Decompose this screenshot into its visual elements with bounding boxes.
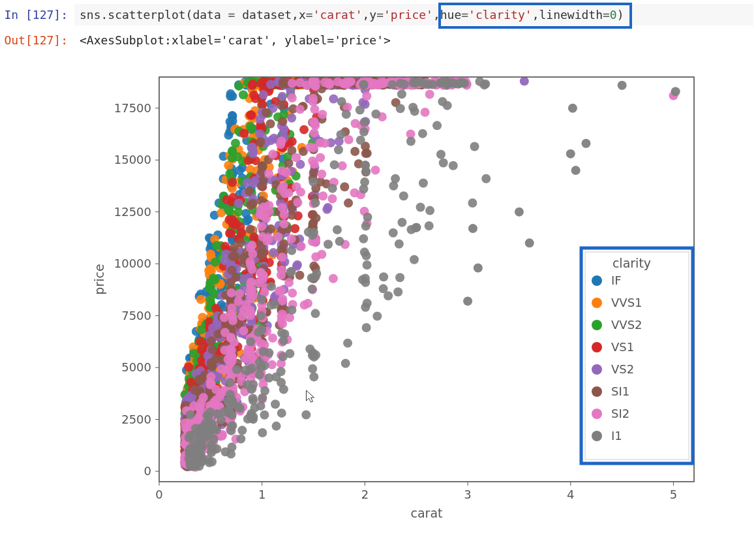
point xyxy=(264,169,273,178)
point xyxy=(247,111,256,120)
point xyxy=(227,345,236,354)
point xyxy=(420,79,429,88)
point xyxy=(322,205,331,214)
point xyxy=(266,301,275,310)
point xyxy=(233,152,242,161)
point xyxy=(288,137,297,146)
point xyxy=(425,221,434,230)
point xyxy=(397,89,406,99)
code-tok: ,hue xyxy=(433,8,461,22)
point xyxy=(199,431,208,440)
code-tok: = xyxy=(376,8,384,22)
point xyxy=(256,137,265,146)
point xyxy=(468,198,477,208)
point xyxy=(250,403,259,413)
point xyxy=(196,377,205,386)
legend-marker xyxy=(592,431,602,441)
point xyxy=(362,323,371,332)
point xyxy=(247,277,256,287)
point xyxy=(396,79,405,88)
point xyxy=(395,240,404,249)
point xyxy=(245,187,254,196)
point xyxy=(305,143,314,152)
y-axis-label: price xyxy=(92,264,106,294)
point xyxy=(337,97,346,106)
point xyxy=(287,114,296,123)
point xyxy=(201,419,210,428)
point xyxy=(408,103,417,112)
code-tok: dataset,x xyxy=(235,8,305,22)
point xyxy=(324,80,333,89)
point xyxy=(228,316,237,325)
point xyxy=(231,252,240,261)
point xyxy=(199,393,208,402)
point xyxy=(277,378,286,387)
point-outlier xyxy=(468,224,477,233)
point xyxy=(324,240,333,249)
point xyxy=(379,284,388,293)
point xyxy=(309,372,318,381)
point xyxy=(239,90,248,99)
point xyxy=(428,80,437,89)
point xyxy=(360,117,369,127)
point xyxy=(260,411,269,420)
point xyxy=(265,349,274,358)
point xyxy=(460,79,469,88)
point xyxy=(257,222,266,231)
point xyxy=(344,135,354,144)
code-tok: ,linewidth xyxy=(532,8,603,22)
legend-label: VVS1 xyxy=(611,296,643,309)
point xyxy=(297,242,306,251)
point xyxy=(425,89,434,99)
point xyxy=(220,313,229,322)
legend-label: VS2 xyxy=(611,362,634,376)
point xyxy=(317,170,326,179)
point-outlier xyxy=(566,149,575,159)
point xyxy=(395,273,404,282)
x-tick-label: 0 xyxy=(155,488,162,501)
point xyxy=(279,80,288,89)
legend-label: I1 xyxy=(611,429,622,443)
legend-label: SI2 xyxy=(611,407,629,420)
code-tok: 'carat' xyxy=(313,8,363,22)
point xyxy=(295,78,305,87)
point xyxy=(310,105,319,114)
x-tick-label: 2 xyxy=(361,488,369,501)
code-input[interactable]: sns.scatterplot(data = dataset,x='carat'… xyxy=(74,4,753,25)
code-tok: 'price' xyxy=(384,8,433,22)
point xyxy=(389,228,398,238)
point xyxy=(362,91,371,101)
point xyxy=(247,265,256,274)
point xyxy=(278,92,287,101)
legend-label: IF xyxy=(611,273,622,287)
point xyxy=(287,305,296,315)
point-outlier xyxy=(568,104,577,113)
point xyxy=(393,287,402,296)
point xyxy=(340,182,349,191)
point xyxy=(258,211,267,221)
point xyxy=(196,295,205,304)
point xyxy=(258,232,267,241)
legend-label: VVS2 xyxy=(611,318,643,332)
point xyxy=(421,108,430,117)
point xyxy=(443,101,452,110)
point xyxy=(196,454,205,463)
point xyxy=(344,198,353,208)
point xyxy=(399,191,408,200)
point xyxy=(256,268,265,277)
point xyxy=(277,328,286,337)
point-outlier xyxy=(671,87,680,96)
point xyxy=(338,161,347,170)
point xyxy=(371,110,380,119)
point xyxy=(363,298,372,307)
point xyxy=(406,137,416,146)
point xyxy=(411,78,420,87)
point xyxy=(295,271,304,280)
in-prompt-num: 127 xyxy=(33,8,54,22)
point xyxy=(230,243,239,252)
legend: clarityIFVVS1VVS2VS1VS2SI1SI2I1 xyxy=(581,248,693,463)
point xyxy=(277,271,286,280)
point xyxy=(300,300,309,309)
code-tok: = xyxy=(306,8,313,22)
point xyxy=(228,178,237,187)
